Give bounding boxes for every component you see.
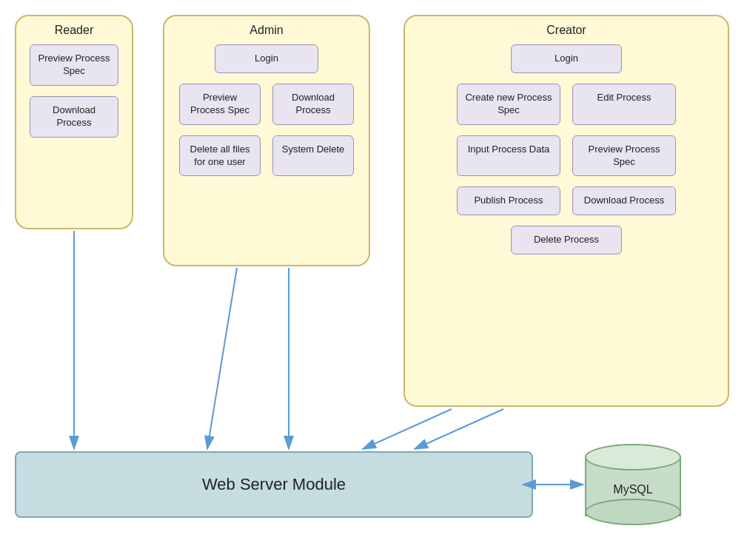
creator-to-webserver-arrow1 (363, 409, 452, 449)
admin-delete-all-files[interactable]: Delete all files for one user (179, 135, 261, 177)
web-server-module: Web Server Module (15, 451, 533, 518)
cylinder-shape: MySQL (585, 444, 681, 525)
creator-edit-process[interactable]: Edit Process (572, 84, 676, 125)
creator-input-process-data[interactable]: Input Process Data (457, 135, 560, 177)
admin-to-webserver-arrow1 (207, 268, 237, 449)
mysql-database: MySQL (585, 444, 681, 525)
admin-preview-process-spec[interactable]: Preview Process Spec (179, 84, 261, 125)
reader-role-box: Reader Preview Process Spec Download Pro… (15, 15, 133, 229)
reader-title: Reader (55, 24, 93, 37)
admin-download-process[interactable]: Download Process (272, 84, 354, 125)
admin-title: Admin (172, 24, 361, 37)
cylinder-top (585, 444, 681, 470)
creator-role-box: Creator Login Create new Process Spec Ed… (403, 15, 729, 407)
creator-title: Creator (412, 24, 720, 37)
creator-preview-process-spec[interactable]: Preview Process Spec (572, 135, 676, 177)
creator-delete-process[interactable]: Delete Process (511, 226, 622, 254)
creator-to-webserver-arrow2 (415, 409, 503, 449)
creator-publish-process[interactable]: Publish Process (457, 186, 560, 215)
reader-download-process[interactable]: Download Process (30, 96, 118, 138)
mysql-label: MySQL (613, 483, 652, 496)
creator-download-process[interactable]: Download Process (572, 186, 676, 215)
web-server-label: Web Server Module (202, 475, 346, 494)
diagram-container: Reader Preview Process Spec Download Pro… (0, 0, 747, 560)
creator-create-new-process-spec[interactable]: Create new Process Spec (457, 84, 560, 125)
admin-system-delete[interactable]: System Delete (272, 135, 354, 177)
admin-role-box: Admin Login Preview Process Spec Downloa… (163, 15, 370, 266)
admin-login[interactable]: Login (215, 44, 318, 73)
reader-preview-process-spec[interactable]: Preview Process Spec (30, 44, 118, 86)
cylinder-bottom (585, 499, 681, 525)
creator-login[interactable]: Login (511, 44, 622, 73)
